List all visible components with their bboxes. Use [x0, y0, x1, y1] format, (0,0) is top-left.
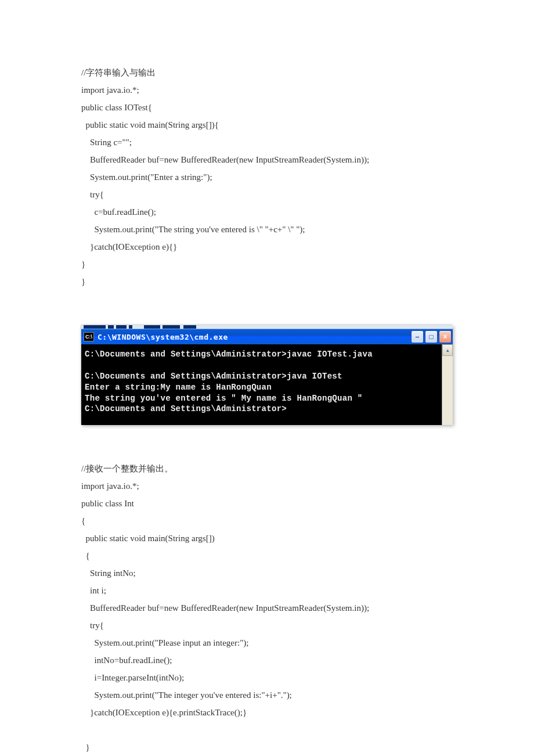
code-line: //接收一个整数并输出。 — [81, 464, 173, 473]
code-line: i=Integer.parseInt(intNo); — [81, 673, 184, 682]
code-line: public class IOTest{ — [81, 103, 152, 112]
terminal-line: Enter a string:My name is HanRongQuan — [85, 383, 272, 392]
maximize-button[interactable]: □ — [425, 330, 438, 343]
code-line: try{ — [81, 621, 104, 630]
cmd-title-text: C:\WINDOWS\system32\cmd.exe — [98, 333, 411, 341]
code-line: public static void main(String args[]){ — [81, 120, 219, 129]
terminal-line: C:\Documents and Settings\Administrator>… — [85, 350, 373, 359]
code-line: import java.io.*; — [81, 85, 139, 95]
window-fragment-strip — [81, 325, 453, 329]
cmd-terminal-output: C:\Documents and Settings\Administrator>… — [81, 344, 442, 425]
close-button[interactable]: × — [439, 330, 452, 343]
cmd-icon: C:\ — [84, 332, 94, 341]
code-line: } — [81, 277, 85, 286]
minimize-button[interactable]: – — [411, 330, 424, 343]
code-line: String intNo; — [81, 568, 136, 578]
code-line: int i; — [81, 586, 106, 595]
code-line: System.out.print("Please input an intege… — [81, 638, 248, 647]
code-line: } — [81, 260, 85, 269]
terminal-line: The string you've entered is " My name i… — [85, 394, 363, 403]
cmd-title-bar[interactable]: C:\ C:\WINDOWS\system32\cmd.exe – □ × — [81, 329, 453, 344]
code-line: //字符串输入与输出 — [81, 68, 156, 77]
code-line: String c=""; — [81, 138, 132, 147]
code-line: intNo=buf.readLine(); — [81, 656, 172, 665]
code-line: public class Int — [81, 499, 134, 508]
code-line: try{ — [81, 190, 104, 199]
scroll-track[interactable] — [442, 356, 453, 425]
code-line: { — [81, 516, 85, 525]
terminal-line: C:\Documents and Settings\Administrator> — [85, 404, 287, 413]
document-page: //字符串输入与输出 import java.io.*; public clas… — [0, 0, 534, 756]
code-line: c=buf.readLine(); — [81, 207, 156, 217]
code-line: { — [81, 551, 90, 560]
terminal-line: C:\Documents and Settings\Administrator>… — [85, 372, 342, 381]
code-line: System.out.print("The string you've ente… — [81, 225, 305, 234]
code-block-2: //接收一个整数并输出。 import java.io.*; public cl… — [81, 460, 453, 756]
code-line: System.out.print("The integer you've ent… — [81, 690, 292, 700]
window-buttons: – □ × — [411, 330, 452, 343]
cmd-screenshot: C:\ C:\WINDOWS\system32\cmd.exe – □ × C:… — [81, 325, 453, 425]
scroll-up-button[interactable]: ▴ — [442, 344, 453, 356]
code-line: System.out.print("Enter a string:"); — [81, 172, 212, 182]
cmd-scrollbar[interactable]: ▴ — [442, 344, 453, 425]
code-line: }catch(IOException e){} — [81, 242, 177, 251]
code-block-1: //字符串输入与输出 import java.io.*; public clas… — [81, 64, 453, 290]
code-line: BufferedReader buf=new BufferedReader(ne… — [81, 155, 369, 164]
code-line: import java.io.*; — [81, 481, 139, 491]
code-line: } — [81, 743, 90, 752]
code-line: }catch(IOException e){e.printStackTrace(… — [81, 708, 247, 717]
code-line: public static void main(String args[]) — [81, 534, 215, 543]
code-line: BufferedReader buf=new BufferedReader(ne… — [81, 603, 369, 613]
